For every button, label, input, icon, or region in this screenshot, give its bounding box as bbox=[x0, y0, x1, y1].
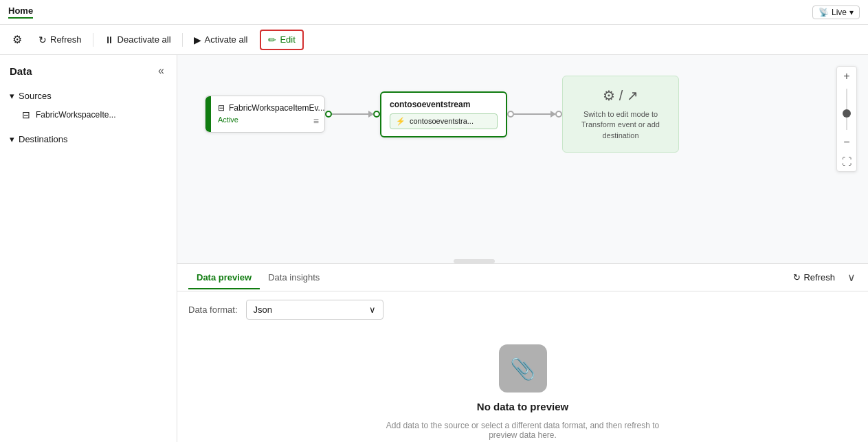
data-format-arrow-icon: ∨ bbox=[369, 305, 376, 315]
empty-state-icon: 📎 bbox=[499, 344, 547, 393]
edit-icon: ✏ bbox=[268, 34, 276, 45]
stream-item-name: contosoeventstra... bbox=[410, 117, 474, 125]
transform-gear-icon: ⚙ bbox=[603, 87, 615, 104]
empty-state: 📎 No data to preview Add data to the sou… bbox=[188, 331, 857, 442]
bottom-panel: Data preview Data insights ↻ Refresh ∨ D… bbox=[177, 263, 868, 442]
stream-node[interactable]: contosoeventstream ⚡ contosoeventstra... bbox=[380, 91, 507, 137]
deactivate-all-button[interactable]: ⏸ Deactivate all bbox=[98, 31, 178, 49]
source-node-inner: ⊟ FabricWorkspaceItemEv... Active bbox=[205, 96, 324, 132]
connector-dot-source bbox=[325, 111, 332, 118]
toolbar: ⚙ ↻ Refresh ⏸ Deactivate all ▶ Activate … bbox=[0, 25, 868, 55]
sources-expand-icon: ▾ bbox=[10, 91, 14, 101]
zoom-controls: + − ⛶ bbox=[836, 66, 857, 172]
diagram-flow: ⊟ FabricWorkspaceItemEv... Active ≡ cont… bbox=[205, 76, 679, 153]
gear-icon: ⚙ bbox=[12, 33, 22, 46]
edit-button[interactable]: ✏ Edit bbox=[260, 30, 303, 50]
connector-stream-to-dest bbox=[507, 111, 562, 118]
fullscreen-button[interactable]: ⛶ bbox=[837, 152, 856, 171]
empty-state-subtitle: Add data to the source or select a diffe… bbox=[386, 421, 660, 440]
destination-node[interactable]: ⚙ / ↗ Switch to edit mode to Transform e… bbox=[562, 76, 679, 153]
live-label: Live bbox=[832, 8, 847, 17]
bottom-content: Data format: Json ∨ 📎 No data to preview… bbox=[177, 291, 868, 442]
bottom-tabs: Data preview Data insights ↻ Refresh ∨ bbox=[177, 264, 868, 291]
bottom-refresh-button[interactable]: ↻ Refresh bbox=[788, 269, 841, 285]
destination-icons: ⚙ / ↗ bbox=[603, 87, 639, 104]
stream-node-title: contosoeventstream bbox=[390, 100, 498, 109]
destination-hint-text: Switch to edit mode to Transform event o… bbox=[574, 109, 667, 141]
connector-dot-stream-in bbox=[373, 111, 380, 118]
home-tab[interactable]: Home bbox=[8, 5, 33, 19]
paperclip-icon: 📎 bbox=[510, 357, 535, 381]
tab-data-insights[interactable]: Data insights bbox=[260, 267, 328, 289]
activate-icon: ▶ bbox=[194, 34, 201, 45]
connector-arrow-1 bbox=[332, 113, 373, 115]
data-format-select[interactable]: Json ∨ bbox=[246, 300, 383, 320]
refresh-icon: ↻ bbox=[38, 34, 47, 45]
refresh-button[interactable]: ↻ Refresh bbox=[32, 31, 89, 49]
destination-export-icon: ↗ bbox=[627, 87, 638, 104]
destinations-expand-icon: ▾ bbox=[10, 134, 14, 144]
destinations-label: Destinations bbox=[19, 134, 68, 144]
empty-state-title: No data to preview bbox=[477, 401, 568, 412]
stream-node-item: ⚡ contosoeventstra... bbox=[390, 113, 498, 129]
connector-dot-dest-in bbox=[555, 111, 562, 118]
sidebar-header: Data « bbox=[0, 55, 177, 84]
canvas-scroll-indicator bbox=[454, 259, 495, 263]
live-badge[interactable]: 📡 Live ▾ bbox=[812, 5, 860, 19]
deactivate-icon: ⏸ bbox=[104, 34, 114, 45]
bottom-refresh-label: Refresh bbox=[803, 272, 835, 283]
source-node-name: ⊟ FabricWorkspaceItemEv... bbox=[218, 103, 318, 113]
sidebar: Data « ▾ Sources ⊟ FabricWorkspaceIte...… bbox=[0, 55, 177, 442]
connector-source-to-stream bbox=[325, 111, 380, 118]
collapse-sidebar-button[interactable]: « bbox=[155, 63, 167, 78]
bottom-tab-actions: ↻ Refresh ∨ bbox=[788, 269, 857, 285]
zoom-slider-thumb bbox=[843, 109, 851, 118]
sources-label: Sources bbox=[19, 91, 52, 101]
data-format-label: Data format: bbox=[188, 305, 238, 315]
expand-panel-button[interactable]: ∨ bbox=[846, 269, 857, 285]
fabric-item-icon: ⊟ bbox=[22, 109, 30, 120]
activate-all-button[interactable]: ▶ Activate all bbox=[187, 31, 255, 49]
diagram-canvas[interactable]: + − ⛶ ⊟ FabricWorkspaceItemEv... bbox=[177, 55, 868, 263]
source-status-badge: Active bbox=[218, 114, 318, 125]
main-layout: Data « ▾ Sources ⊟ FabricWorkspaceIte...… bbox=[0, 55, 868, 442]
sources-section: ▾ Sources ⊟ FabricWorkspaceIte... bbox=[0, 84, 177, 127]
data-format-value: Json bbox=[254, 305, 272, 315]
source-node-accent-bar bbox=[205, 96, 211, 132]
zoom-slider-track bbox=[846, 89, 847, 130]
bottom-refresh-icon: ↻ bbox=[793, 272, 801, 283]
destinations-header[interactable]: ▾ Destinations bbox=[0, 130, 177, 148]
gear-button[interactable]: ⚙ bbox=[5, 30, 29, 49]
zoom-out-button[interactable]: − bbox=[837, 133, 856, 152]
sidebar-title: Data bbox=[10, 65, 32, 77]
fabric-item-label: FabricWorkspaceIte... bbox=[36, 110, 115, 120]
destinations-section: ▾ Destinations bbox=[0, 127, 177, 151]
canvas-area: + − ⛶ ⊟ FabricWorkspaceItemEv... bbox=[177, 55, 868, 442]
source-menu-icon[interactable]: ≡ bbox=[313, 115, 319, 126]
live-arrow-icon: ▾ bbox=[849, 8, 854, 17]
title-bar: Home 📡 Live ▾ bbox=[0, 0, 868, 25]
destination-divider: / bbox=[619, 88, 623, 104]
connector-dot-stream-out bbox=[507, 111, 514, 118]
tab-data-preview[interactable]: Data preview bbox=[188, 267, 260, 289]
stream-item-icon: ⚡ bbox=[396, 117, 405, 126]
source-item-fabric[interactable]: ⊟ FabricWorkspaceIte... bbox=[0, 105, 177, 124]
source-icon: ⊟ bbox=[218, 103, 225, 113]
zoom-in-button[interactable]: + bbox=[837, 67, 856, 86]
sources-header[interactable]: ▾ Sources bbox=[0, 87, 177, 105]
connector-arrow-2 bbox=[514, 113, 555, 115]
toolbar-separator-2 bbox=[182, 33, 183, 47]
data-format-row: Data format: Json ∨ bbox=[188, 300, 857, 320]
toolbar-separator-1 bbox=[93, 33, 93, 47]
source-node[interactable]: ⊟ FabricWorkspaceItemEv... Active ≡ bbox=[205, 96, 325, 133]
